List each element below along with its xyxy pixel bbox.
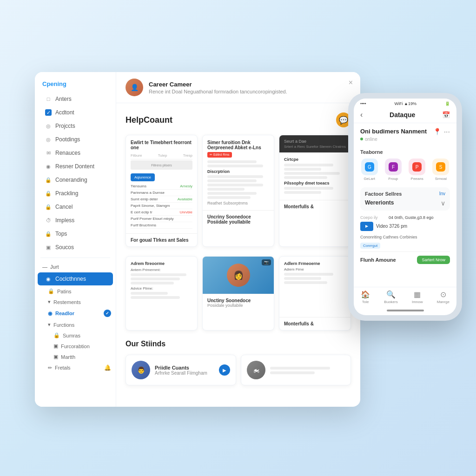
sidebar-item-impless[interactable]: ⏱ Impless: [38, 214, 113, 227]
peeans-icon: P: [409, 159, 425, 175]
card-3-footer: Monterfulls &: [279, 200, 350, 213]
stand-info-1: Priidle Cuants Arfnrke Searall Fiimgham: [155, 365, 214, 376]
bell-icon: 🔔: [104, 364, 111, 371]
sidebar-sub-furcorabtion[interactable]: ▣ Furcorabtion: [48, 341, 116, 351]
phone-wifi: WiFi ▲19%: [395, 101, 416, 106]
content-card-5[interactable]: 👩 📷 Unctiny Soonedoce Posiidale youllabi…: [202, 256, 274, 331]
nav-home-icon: 🏠: [361, 290, 370, 299]
sidebar-sub-furctions[interactable]: ▾ Furctions: [48, 319, 116, 330]
sidebar-item-projccts[interactable]: ◎ Projccts: [38, 119, 113, 132]
card-4-l4: [131, 292, 168, 295]
phone-calendar-icon[interactable]: 📅: [442, 111, 450, 119]
sidebar-sub-martth[interactable]: ▣ Martth: [48, 351, 116, 362]
table-header: FilbureTulepTresp: [131, 152, 192, 159]
phone-nav-tole[interactable]: 🏠 Tole: [361, 290, 370, 304]
stand-card-2[interactable]: 🏍: [241, 355, 351, 385]
phone-amount-row: Flunh Amoune Sartert Nrow: [360, 251, 450, 268]
phone-icon-gelart[interactable]: G GeLart: [361, 159, 378, 181]
partner-chevron-icon[interactable]: ∨: [441, 199, 445, 207]
phone-amount-label: Flunh Amoune: [360, 257, 396, 263]
grid-icon: ▣: [45, 244, 52, 251]
phone-nav-imnow[interactable]: ▦ Imnow: [412, 290, 423, 304]
content-card-1[interactable]: Ewlirt te Timebhert feorront one Filbure…: [126, 135, 198, 247]
phone-nav: 🏠 Tole 🔍 Buokers ▦ Imnow ⊙ Manrge: [354, 287, 456, 306]
svg-text:P: P: [416, 165, 419, 170]
sidebar-item-prackling[interactable]: 🔒 Prackling: [38, 187, 113, 200]
sidebar-item-anters[interactable]: □ Anters: [38, 93, 113, 106]
peeans-label: Peeans: [411, 177, 423, 181]
phone-title: Dataque: [366, 111, 438, 119]
card-3-line6: [284, 191, 321, 194]
phone-home-indicator: [354, 306, 456, 315]
card-5-image: 👩 📷: [203, 257, 274, 294]
person-photo: 👩: [227, 264, 250, 287]
sidebar-sub-readlor[interactable]: ◉ Readlor ✓: [48, 307, 116, 319]
edit-link[interactable]: ✏ Editrd Rms: [207, 152, 232, 158]
phone-icon-froup[interactable]: F Froup: [385, 159, 402, 181]
phone-battery: 🔋: [445, 101, 450, 106]
active-icon: ◉: [45, 276, 52, 282]
stand-name-2: [270, 367, 330, 370]
video-thumb[interactable]: ▶: [360, 222, 373, 231]
card-6-l2: [284, 277, 321, 280]
phone-back-button[interactable]: ‹: [360, 111, 363, 119]
sidebar-item-soucos[interactable]: ▣ Soucos: [38, 241, 113, 254]
card-3-dark-sub: Srtert a Rerc Surefor Sterern Ctratrns: [284, 145, 346, 149]
phone-nav-buokers[interactable]: 🔍 Buokers: [384, 290, 397, 304]
stand-play-btn-1[interactable]: ▶: [219, 364, 230, 376]
partner-action[interactable]: Inv: [439, 191, 445, 196]
card-3-line4: [284, 176, 327, 179]
nav-manage-icon: ⊙: [440, 290, 446, 299]
status-dot: [360, 138, 363, 140]
text-line-8: [207, 196, 251, 199]
sidebar-sub-fretals[interactable]: ✏ Fretals 🔔: [48, 362, 116, 373]
sidebar-item-acdtont[interactable]: ✓ Acdtont: [38, 106, 113, 119]
phone-card-title: Oni budimers Nanment: [360, 128, 433, 136]
expand-icon: ▾: [48, 299, 51, 305]
sidebar-item-pootdings[interactable]: ◎ Pootdings: [38, 133, 113, 146]
sidebar-sub-restements[interactable]: ▾ Restements: [48, 297, 116, 307]
partner-name: Wererionts: [365, 199, 394, 206]
content-card-2[interactable]: Simer furoition Dnk Oerpreened Abket e-L…: [202, 135, 274, 247]
stand-name-1: Priidle Cuants: [155, 365, 214, 370]
notification-banner: 👤 Career Cameer Rence int Doal Neguathon…: [116, 72, 360, 103]
table-row-7: Furtf Brucrtnms: [131, 222, 192, 229]
content-card-6[interactable]: Adlern Frmeoerne Adiem Fime Monterfulls …: [279, 256, 351, 331]
sidebar-item-coclcthnnes[interactable]: ◉ Coclcthnnes: [38, 272, 113, 285]
stand-role-1: Arfnrke Searall Fiimgham: [155, 370, 214, 376]
readlor-badge: ✓: [104, 310, 111, 317]
content-card-4[interactable]: Adrem ftreoorme Antem Primernmt: Advice …: [126, 256, 198, 331]
phone-more-btn[interactable]: ···: [444, 128, 450, 136]
filter-input[interactable]: Fillrens plisers: [131, 160, 192, 170]
sidebar-sub-sumras[interactable]: 🔒 Sumras: [48, 330, 116, 341]
sidebar-item-tops[interactable]: 🔒 Tops: [38, 227, 113, 240]
text-line-5: [207, 184, 263, 186]
sidebar-item-coneranding[interactable]: 🔒 Coneranding: [38, 173, 113, 186]
phone-icon-peeans[interactable]: P Peeans: [409, 159, 425, 181]
froup-icon: F: [385, 159, 402, 175]
sidebar-item-resner[interactable]: ◉ Resner Dontent: [38, 160, 113, 173]
notif-close-button[interactable]: ×: [349, 79, 353, 87]
stand-card-1[interactable]: 👨 Priidle Cuants Arfnrke Searall Fiimgha…: [126, 355, 236, 385]
phone-card-status: online: [360, 137, 433, 142]
partner-header: Factoor Sellres Inv: [365, 191, 445, 197]
text-line-3: [207, 175, 263, 178]
phone-icon-srmoal[interactable]: S Srmoal: [432, 159, 449, 181]
table-row-1: TiensuinsArnesly: [131, 183, 192, 190]
aqiurence-btn[interactable]: Aqiurence: [131, 173, 155, 181]
sidebar-sub-patins[interactable]: 🔒 Patins: [48, 286, 116, 297]
table-row-2: Parinmans a Durnse: [131, 190, 192, 196]
content-card-3[interactable]: Seurt a Dae Srtert a Rerc Surefor Sterer…: [279, 135, 351, 247]
card-3-dark-label: Seurt a Dae: [284, 139, 346, 144]
card-2-label: Simer furoition Dnk Oerpreened Abket e-L…: [207, 140, 269, 150]
document-icon: □: [45, 96, 52, 102]
phone-amount-button[interactable]: Sartert Nrow: [417, 256, 450, 264]
sidebar-item-cancel[interactable]: 🔒 Cancel: [38, 200, 113, 213]
partner-title: Factoor Sellres: [365, 191, 402, 197]
sidebar-item-renauces[interactable]: ✉ Renauces: [38, 146, 113, 159]
phone-nav-manrge[interactable]: ⊙ Manrge: [437, 290, 450, 304]
phone-tag-row: Cononriting Cathnes Corbinies Conrrgut: [360, 235, 450, 249]
table-row-6: Purtf Promer Etourl mtrply: [131, 216, 192, 222]
phone-tag-link[interactable]: Conrrgut: [360, 243, 380, 249]
video-label: Video 3726 pm: [376, 224, 407, 229]
